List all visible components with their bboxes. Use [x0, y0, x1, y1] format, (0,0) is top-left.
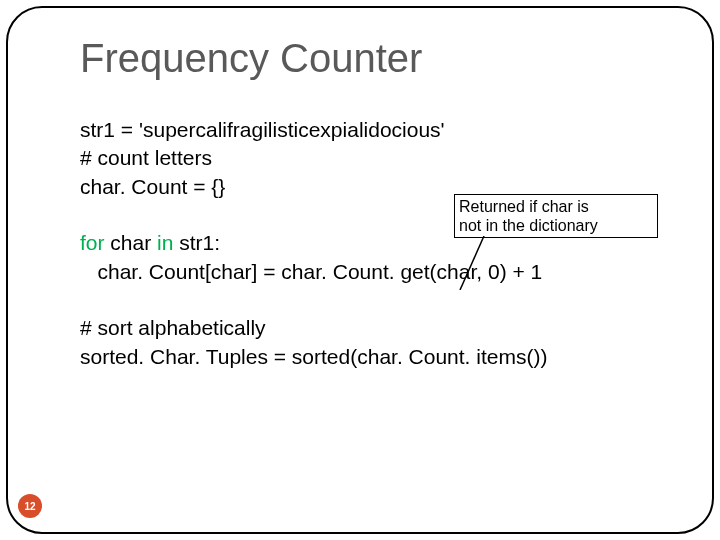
page-number: 12	[24, 501, 35, 512]
code-text: char	[105, 231, 158, 254]
code-line-7: sorted. Char. Tuples = sorted(char. Coun…	[80, 343, 547, 371]
code-blank-2	[80, 286, 547, 314]
keyword-in: in	[157, 231, 173, 254]
code-block: str1 = 'supercalifragilisticexpialidocio…	[80, 116, 547, 371]
callout-line-2: not in the dictionary	[459, 216, 653, 235]
callout-line-1: Returned if char is	[459, 197, 653, 216]
code-line-1: str1 = 'supercalifragilisticexpialidocio…	[80, 116, 547, 144]
code-line-2: # count letters	[80, 144, 547, 172]
callout-box: Returned if char is not in the dictionar…	[454, 194, 658, 238]
code-line-6: # sort alphabetically	[80, 314, 547, 342]
slide: Frequency Counter str1 = 'supercalifragi…	[0, 0, 720, 540]
keyword-for: for	[80, 231, 105, 254]
slide-title: Frequency Counter	[80, 36, 422, 81]
code-line-5: char. Count[char] = char. Count. get(cha…	[80, 258, 547, 286]
code-text: str1:	[173, 231, 220, 254]
page-number-badge: 12	[18, 494, 42, 518]
